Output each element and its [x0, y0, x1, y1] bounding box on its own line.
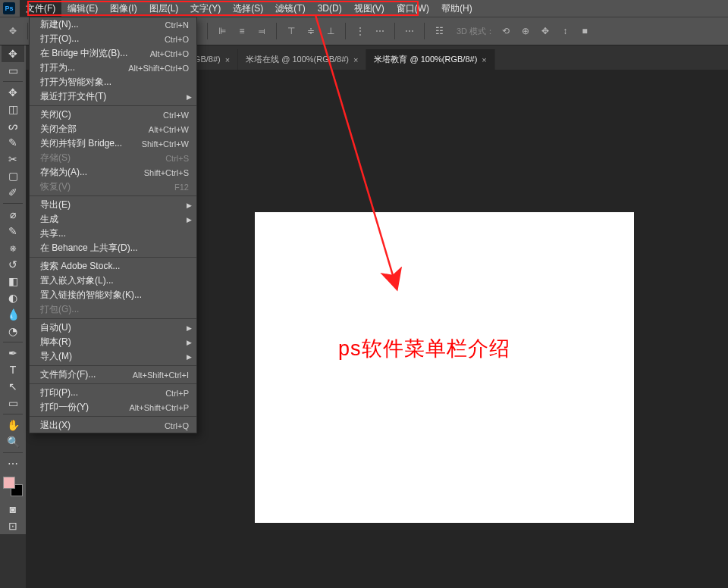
- menu-item[interactable]: 导入(M)▶: [30, 349, 196, 364]
- menu-7[interactable]: 3D(D): [312, 0, 348, 17]
- close-icon[interactable]: ×: [225, 55, 230, 64]
- menu-item-label: 打开(O)...: [40, 33, 79, 45]
- 3d-pan-icon[interactable]: ✥: [537, 23, 554, 39]
- rectangle-tool-icon[interactable]: ▭: [2, 395, 24, 411]
- align-bottom-icon[interactable]: ⊥: [322, 23, 339, 39]
- crop-tool-icon[interactable]: ✂: [2, 151, 24, 167]
- menu-item[interactable]: 打开为...Alt+Shift+Ctrl+O: [30, 61, 196, 75]
- annotation-text: ps软件菜单栏介绍: [338, 335, 510, 362]
- document-canvas[interactable]: ps软件菜单栏介绍: [255, 212, 634, 523]
- eraser-tool-icon[interactable]: ◧: [2, 273, 24, 289]
- menu-item-shortcut: Alt+Shift+Ctrl+O: [128, 64, 189, 73]
- brush-tool-icon[interactable]: ✎: [2, 223, 24, 239]
- close-icon[interactable]: ×: [482, 55, 486, 64]
- toolbox: ✥ ▭ ✥ ◫ ᔕ ✎ ✂ ▢ ✐ ⌀ ✎ ⎈ ↺ ◧ ◐ 💧 ◔ ✒ T ↖ …: [0, 45, 26, 534]
- path-select-tool-icon[interactable]: ↖: [2, 378, 24, 395]
- clone-stamp-tool-icon[interactable]: ⎈: [2, 239, 24, 256]
- dodge-tool-icon[interactable]: ◔: [2, 323, 24, 339]
- document-tab[interactable]: 米塔教育 @ 100%(RGB/8#)×: [366, 49, 494, 70]
- color-swatches[interactable]: [3, 477, 23, 496]
- 3d-orbit-icon[interactable]: ⟲: [497, 23, 514, 39]
- document-tab[interactable]: 米塔在线 @ 100%(RGB/8#)×: [238, 49, 366, 70]
- menu-item[interactable]: 置入链接的智能对象(K)...: [30, 288, 196, 302]
- healing-brush-tool-icon[interactable]: ⌀: [2, 206, 24, 223]
- blur-tool-icon[interactable]: 💧: [2, 306, 24, 323]
- submenu-arrow-icon: ▶: [187, 216, 192, 224]
- align-center-v-icon[interactable]: ≑: [303, 23, 319, 39]
- edit-toolbar-icon[interactable]: ⋯: [2, 455, 24, 472]
- menu-item-label: 文件简介(F)...: [40, 368, 96, 381]
- menu-item[interactable]: 打印一份(Y)Alt+Shift+Ctrl+P: [30, 400, 196, 414]
- menu-item[interactable]: 新建(N)...Ctrl+N: [30, 17, 196, 32]
- menu-5[interactable]: 选择(S): [227, 0, 269, 17]
- menu-6[interactable]: 滤镜(T): [269, 0, 311, 17]
- more-options-icon[interactable]: ⋯: [401, 23, 418, 39]
- quick-mask-icon[interactable]: ◙: [2, 501, 24, 518]
- menu-item-shortcut: Ctrl+Q: [165, 421, 189, 430]
- menu-item-shortcut: Ctrl+P: [165, 389, 189, 398]
- menu-item[interactable]: 关闭(C)Ctrl+W: [30, 108, 196, 122]
- menu-item[interactable]: 文件简介(F)...Alt+Shift+Ctrl+I: [30, 368, 196, 382]
- menu-2[interactable]: 图像(I): [104, 0, 143, 17]
- 3d-roll-icon[interactable]: ⊕: [517, 23, 534, 39]
- separator: [3, 81, 23, 82]
- separator: [3, 414, 23, 414]
- separator: [345, 23, 346, 39]
- frame-tool-icon[interactable]: ▢: [2, 167, 24, 184]
- 3d-zoom-icon[interactable]: ■: [576, 23, 593, 39]
- align-top-icon[interactable]: ⊤: [283, 23, 300, 39]
- type-tool-icon[interactable]: T: [2, 361, 24, 378]
- distribute-h-icon[interactable]: ⋮: [352, 23, 369, 39]
- menu-item[interactable]: 打印(P)...Ctrl+P: [30, 386, 196, 400]
- foreground-color-swatch[interactable]: [3, 477, 15, 489]
- pen-tool-icon[interactable]: ✒: [2, 345, 24, 361]
- lasso-tool-icon[interactable]: ᔕ: [2, 117, 24, 134]
- menu-item[interactable]: 打开为智能对象...: [30, 75, 196, 89]
- menu-item[interactable]: 关闭并转到 Bridge...Shift+Ctrl+W: [30, 136, 196, 151]
- menu-1[interactable]: 编辑(E): [61, 0, 104, 17]
- marquee-tool-icon[interactable]: ◫: [2, 101, 24, 117]
- gradient-tool-icon[interactable]: ◐: [2, 289, 24, 306]
- align-center-h-icon[interactable]: ≡: [234, 23, 250, 39]
- distribute-v-icon[interactable]: ⋯: [372, 23, 388, 39]
- align-right-icon[interactable]: ⫤: [253, 23, 270, 39]
- eyedropper-tool-icon[interactable]: ✐: [2, 184, 24, 201]
- history-brush-tool-icon[interactable]: ↺: [2, 256, 24, 273]
- quick-select-tool-icon[interactable]: ✎: [2, 134, 24, 151]
- menu-item[interactable]: 导出(E)▶: [30, 198, 196, 212]
- group-icon[interactable]: ☷: [431, 23, 447, 39]
- menu-4[interactable]: 文字(Y): [184, 0, 227, 17]
- menu-10[interactable]: 帮助(H): [435, 0, 479, 17]
- menu-item[interactable]: 共享...: [30, 227, 196, 241]
- separator: [3, 342, 23, 342]
- menu-item-label: 打开为智能对象...: [40, 76, 111, 89]
- menu-item[interactable]: 自动(U)▶: [30, 321, 196, 335]
- menu-item[interactable]: 在 Bridge 中浏览(B)...Alt+Ctrl+O: [30, 46, 196, 61]
- menu-0[interactable]: 文件(F): [20, 0, 61, 17]
- menu-9[interactable]: 窗口(W): [391, 0, 435, 17]
- menu-item[interactable]: 打开(O)...Ctrl+O: [30, 32, 196, 46]
- move-tool-options-icon[interactable]: ✥: [5, 23, 21, 39]
- menu-item[interactable]: 退出(X)Ctrl+Q: [30, 418, 196, 433]
- menu-item[interactable]: 生成▶: [30, 212, 196, 227]
- menu-item: 恢复(V)F12: [30, 180, 196, 194]
- menu-item[interactable]: 关闭全部Alt+Ctrl+W: [30, 122, 196, 136]
- zoom-tool-icon[interactable]: 🔍: [2, 433, 24, 450]
- menu-item[interactable]: 在 Behance 上共享(D)...: [30, 241, 196, 255]
- menu-item[interactable]: 存储为(A)...Shift+Ctrl+S: [30, 165, 196, 180]
- menu-item[interactable]: 搜索 Adobe Stock...: [30, 259, 196, 274]
- move-tool-icon[interactable]: ✥: [2, 45, 24, 62]
- 3d-slide-icon[interactable]: ↕: [557, 23, 573, 39]
- menu-3[interactable]: 图层(L): [143, 0, 185, 17]
- menu-item[interactable]: 脚本(R)▶: [30, 335, 196, 349]
- hand-tool-icon[interactable]: ✋: [2, 417, 24, 433]
- close-icon[interactable]: ×: [353, 55, 358, 64]
- screen-mode-icon[interactable]: ⊡: [2, 518, 24, 534]
- align-left-icon[interactable]: ⊫: [214, 23, 231, 39]
- move-tool-2-icon[interactable]: ✥: [2, 84, 24, 101]
- menu-item-label: 最近打开文件(T): [40, 90, 106, 103]
- menu-item[interactable]: 置入嵌入对象(L)...: [30, 274, 196, 288]
- artboard-tool-icon[interactable]: ▭: [2, 62, 24, 79]
- menu-8[interactable]: 视图(V): [348, 0, 391, 17]
- menu-item[interactable]: 最近打开文件(T)▶: [30, 89, 196, 104]
